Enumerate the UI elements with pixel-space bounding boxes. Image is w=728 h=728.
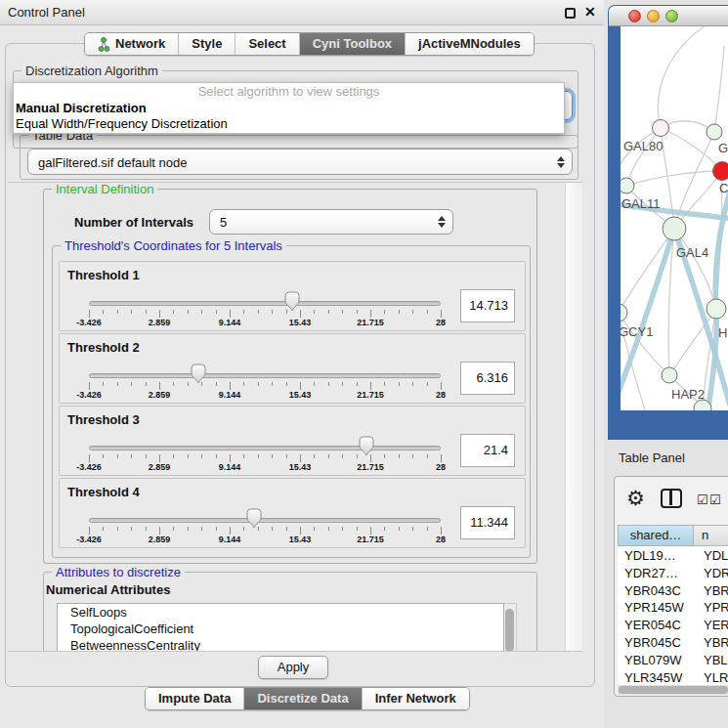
panel-title: Control Panel [8,5,85,20]
slider-tick [384,382,385,386]
split-columns-icon[interactable] [661,489,682,508]
tab-style[interactable]: Style [178,33,235,55]
network-node-c[interactable] [713,162,728,181]
checkbox-checked-icon[interactable]: ☑ [709,492,721,507]
slider-tick [173,310,174,314]
slider-thumb[interactable] [190,364,207,384]
number-of-intervals-combobox[interactable]: 5 [209,209,453,235]
slider-tick [201,454,202,458]
tab-select[interactable]: Select [235,33,298,55]
network-graph: GAL80GCGAL11GAL4GCY1HHAP2 [621,26,728,410]
close-traffic-light-icon[interactable] [628,10,641,22]
attribute-list-item[interactable]: SelfLoops [58,604,503,621]
dropdown-option[interactable]: Manual Discretization [14,101,564,116]
threshold-value-field[interactable]: 6.316 [460,362,515,395]
cell-name: YBR0 [704,583,728,598]
apply-button[interactable]: Apply [258,656,328,679]
network-node-hap2[interactable] [662,367,677,383]
table-horizontal-scrollbar-thumb[interactable] [619,686,728,694]
slider-tick-label: 9.144 [219,318,241,327]
slider-tick [117,310,118,314]
slider-tick-label: 9.144 [219,390,241,400]
slider-tick [216,382,217,386]
network-edge[interactable] [626,171,722,186]
threshold-value-field[interactable]: 11.344 [460,506,515,539]
checkbox-checked-icon[interactable]: ☑ [697,492,708,507]
attributes-list-scrollbar-thumb[interactable] [505,609,514,652]
cell-name: YBL0 [704,653,728,667]
network-node-gal4[interactable] [663,217,686,240]
tab-infer-network[interactable]: Infer Network [362,688,469,709]
slider-thumb[interactable] [283,291,301,312]
slider-tick [342,527,343,531]
network-node-gal80[interactable] [653,120,669,137]
close-icon[interactable]: ✕ [584,4,596,20]
attribute-list-item[interactable]: BetweennessCentrality [58,637,503,652]
threshold-label: Threshold 3 [67,412,140,427]
slider-tick [384,454,385,458]
threshold-panel: Threshold 3-3.4262.8599.14415.4321.71528… [59,406,526,476]
settings-scrollbar[interactable] [565,183,582,652]
slider-tick [258,454,259,458]
network-node-gal11[interactable] [621,178,634,193]
tab-label: Cyni Toolbox [313,33,392,55]
slider-tick-label: -3.426 [76,318,102,327]
network-edge[interactable] [714,46,724,132]
network-window-titlebar[interactable] [609,6,728,26]
network-canvas[interactable]: GAL80GCGAL11GAL4GCY1HHAP2 [621,26,728,410]
table-data-combobox[interactable]: galFiltered.sif default node [27,149,573,175]
slider-tick [146,310,147,314]
slider-track[interactable] [89,518,441,523]
threshold-value-field[interactable]: 14.713 [460,289,515,322]
cell-shared-name: YER054C [624,618,693,632]
cell-shared-name: YPR145W [624,600,693,615]
tab-jactivemnodules[interactable]: jActiveMNodules [405,33,534,55]
slider-thumb[interactable] [245,508,263,529]
attributes-list-scrollbar[interactable] [504,603,517,652]
network-edge[interactable] [658,26,710,128]
threshold-panel: Threshold 4-3.4262.8599.14415.4321.71528… [59,478,526,548]
slider-track[interactable] [89,446,441,450]
tab-impute-data[interactable]: Impute Data [146,688,243,709]
table-panel-title: Table Panel [619,450,685,465]
column-header-shared-name[interactable]: shared… [618,525,694,546]
attribute-list-item[interactable]: TopologicalCoefficient [58,621,503,637]
minimize-traffic-light-icon[interactable] [647,10,660,22]
slider-tick-label: 9.144 [219,462,241,472]
threshold-value-field[interactable]: 21.4 [460,434,515,467]
network-edge[interactable] [626,128,661,186]
slider-tick [201,527,202,531]
gear-icon[interactable]: ⚙ [626,487,645,510]
column-header-name[interactable]: n [694,525,728,546]
slider-tick [272,527,273,531]
slider-tick-label: 28 [436,390,446,400]
slider-tick [243,310,244,314]
slider-tick-label: 28 [436,535,446,544]
network-node-h[interactable] [707,299,726,319]
slider-tick [342,382,343,386]
numerical-attributes-list[interactable]: SelfLoopsTopologicalCoefficientBetweenne… [57,603,504,652]
network-edge-highlighted[interactable] [621,229,674,410]
slider-tick [272,310,273,314]
cell-name: YER0 [704,618,728,632]
network-node-gcy1[interactable] [621,304,627,321]
dropdown-option[interactable]: Equal Width/Frequency Discretization [14,116,564,132]
float-icon[interactable] [565,8,576,19]
tab-network[interactable]: Network [85,33,178,55]
slider-thumb[interactable] [358,436,375,456]
slider-tick [384,310,385,314]
network-node-g[interactable] [707,124,722,140]
slider-tick [357,382,358,386]
slider-track[interactable] [89,373,441,378]
zoom-traffic-light-icon[interactable] [665,10,678,22]
table-panel: ⚙ ☑ ☑ shared… n YDL19…YDL1YDR27…YDR2YBR0… [614,476,728,697]
tab-cyni-toolbox[interactable]: Cyni Toolbox [299,33,405,55]
tab-discretize-data[interactable]: Discretize Data [243,688,361,709]
slider-tick [399,527,400,531]
slider-track[interactable] [89,301,441,306]
slider-tick [370,527,371,535]
cell-name: YDL1 [704,548,728,563]
table-horizontal-scrollbar[interactable] [618,685,728,695]
slider-tick [103,454,104,458]
network-edge[interactable] [621,229,674,313]
